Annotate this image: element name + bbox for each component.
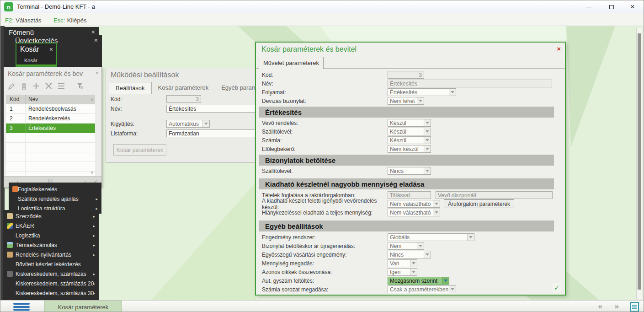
add-icon[interactable] (32, 82, 40, 90)
cell-nev: Rendeléskezelés (26, 115, 95, 122)
sidebar-item-temaelszamolas[interactable]: Témaelszámolás ▸ (3, 240, 99, 250)
tab-muvelet-parameterek[interactable]: Művelet paraméterek (259, 57, 324, 69)
sidebar-item-kiskereskedelem-30[interactable]: Kiskereskedelem, számlázás 30 ▸ (3, 288, 99, 298)
field-label: Devizás bizonylat: (262, 98, 388, 104)
vertical-scrollbar[interactable] (636, 28, 642, 299)
dropdown-value: Globális (388, 234, 467, 241)
sidebar-item-kiskereskedelem-20[interactable]: Kiskereskedelem, számlázás 20 ▸ (3, 279, 99, 288)
szamla-sorozat-dropdown[interactable]: Csak a paraméterekben (388, 285, 456, 293)
sidebar-item-bovitett-keszlet[interactable]: Bővített készlet lekérdezés (3, 259, 99, 269)
confirm-check-button[interactable]: ✓ (552, 283, 561, 292)
cell-nev: Értékesítés (26, 125, 95, 131)
chevron-down-icon[interactable] (417, 97, 424, 104)
devizas-dropdown[interactable]: Nem lehet (388, 97, 424, 105)
chevron-down-icon[interactable] (410, 269, 417, 275)
chevron-down-icon[interactable] (424, 251, 431, 258)
chevron-down-icon[interactable] (467, 234, 474, 241)
chevron-down-icon[interactable] (424, 137, 431, 144)
table-row-empty (6, 152, 95, 162)
chevron-down-icon[interactable] (424, 119, 431, 126)
tab-beallitasok[interactable]: Beállítások (109, 82, 152, 94)
sidebar-item-foglalaskezeles[interactable]: Foglaláskezelés (9, 184, 101, 194)
szamla-dropdown[interactable]: Készül (388, 136, 431, 144)
chevron-down-icon[interactable] (449, 286, 456, 293)
kosar-parameterek-list-panel: Kosár paraméterek és bev × Kód Név ∧ 1 R… (4, 67, 102, 188)
ar-ujrageneralas-dropdown[interactable]: Nem (388, 242, 424, 250)
submenu-arrow-icon: ▸ (93, 233, 95, 238)
chevron-down-icon[interactable] (417, 242, 424, 249)
tools-icon[interactable] (45, 82, 53, 90)
eloleg-dropdown[interactable]: Nem készül (388, 145, 431, 153)
table-row-selected[interactable]: 3 Értékesítés (6, 124, 95, 133)
chevron-down-icon[interactable] (449, 89, 456, 96)
folyamat-dropdown[interactable]: Értékesítés (388, 88, 456, 96)
close-icon: × (630, 2, 635, 11)
close-icon[interactable]: × (557, 45, 561, 53)
delete-icon[interactable] (21, 82, 27, 90)
kiadhato-keszlet-dropdown[interactable]: Nem választható (388, 200, 440, 208)
gyszam-dropdown-selected[interactable]: Mozgásnem szerint (388, 277, 449, 285)
table-row[interactable]: 2 Rendeléskezelés (6, 114, 95, 124)
szallitolevel-betoltes-dropdown[interactable]: Nincs (388, 167, 431, 175)
aruforgalom-parameterek-button[interactable]: Áruforgalom paraméterek (444, 199, 514, 208)
menu-item-valasztas[interactable]: F2: Választás (5, 16, 42, 24)
hianykezeles-dropdown[interactable]: Nem választható (388, 209, 440, 216)
engedmeny-dropdown[interactable]: Globális (388, 233, 474, 241)
window-title: Terminal - Demó-Line KFT - a (17, 3, 95, 10)
sidebar-item-ekaer[interactable]: EKÁER ▸ (3, 221, 99, 231)
scrollbar-thumb[interactable] (638, 33, 641, 290)
chevron-down-icon[interactable] (424, 167, 431, 174)
nav-first-icon[interactable]: « (598, 302, 602, 311)
sidebar-item-kiskereskedelem[interactable]: Kiskereskedelem, számlázás ▸ (3, 269, 99, 279)
column-header-kod[interactable]: Kód (6, 95, 26, 104)
chevron-down-icon[interactable] (424, 145, 431, 152)
field-label: Hiánykezeléssel eladható a teljes mennyi… (262, 210, 388, 216)
sidebar-item-rendeles-nyilvantartas[interactable]: Rendelés-nyilvántartás ▸ (3, 250, 99, 259)
scroll-down-icon[interactable]: ∨ (90, 170, 94, 175)
application-window: n Terminal - Demó-Line KFT - a × F2: Vál… (0, 0, 644, 312)
bottom-tab-kosar-parameterek[interactable]: Kosár paraméterek (44, 301, 122, 312)
document-list-icon[interactable] (630, 302, 639, 312)
chevron-down-icon[interactable] (410, 260, 417, 267)
egyosszegu-dropdown[interactable]: Nincs (388, 251, 431, 258)
close-icon[interactable]: × (91, 28, 95, 36)
kosar-parameterek-button[interactable]: Kosár paraméterek (113, 144, 166, 156)
chevron-down-icon[interactable] (202, 120, 209, 127)
minimize-button[interactable] (579, 0, 598, 13)
sidebar-item-logisztika[interactable]: Logisztika ▸ (3, 231, 99, 240)
hamburger-menu-icon[interactable] (13, 303, 30, 311)
edit-icon[interactable] (8, 82, 16, 90)
dropdown-value: Nem készül (388, 145, 424, 152)
sidebar-item-szallitoi-rendeles[interactable]: Szállítói rendelés ajánlás ▸ (9, 194, 101, 204)
vevo-rendeles-dropdown[interactable]: Készül (388, 119, 431, 127)
szallitolevel-dropdown[interactable]: Készül (388, 128, 431, 135)
list-menu-icon[interactable] (58, 83, 65, 89)
close-window-button[interactable]: × (623, 0, 642, 13)
chevron-down-icon[interactable] (433, 200, 440, 207)
submenu-arrow-icon: ▸ (93, 291, 95, 296)
filter-icon[interactable] (76, 82, 83, 90)
close-icon[interactable]: × (49, 46, 53, 53)
scroll-up-icon[interactable]: ∧ (90, 97, 94, 102)
field-label: Listaforma: (111, 130, 166, 137)
mennyiseg-dropdown[interactable]: Van (388, 259, 417, 267)
sidebar-item-szerzodes[interactable]: Szerződés ▸ (3, 211, 99, 221)
close-icon[interactable]: × (95, 70, 99, 76)
chevron-down-icon[interactable] (424, 128, 431, 135)
sidebar-item-label: Kiskereskedelem, számlázás 20 (3, 280, 94, 287)
kosar-menu-item[interactable]: Kosár (24, 58, 37, 63)
azonos-cikkek-dropdown[interactable]: Igen (388, 268, 417, 276)
section-egyeb: Egyéb beállítások (259, 221, 554, 231)
nav-last-icon[interactable]: » (615, 302, 619, 311)
chevron-down-icon[interactable] (442, 277, 449, 284)
column-header-nev[interactable]: Név (26, 96, 95, 102)
maximize-button[interactable] (602, 0, 621, 13)
chevron-down-icon[interactable] (433, 209, 440, 216)
section-ertekesites: Értékesítés (259, 107, 554, 118)
table-row[interactable]: 1 Rendelésbeolvasás (6, 104, 95, 114)
menu-item-kilepes[interactable]: Esc: Kilépés (53, 16, 86, 24)
kigyujtes-dropdown[interactable]: Automatikus (166, 120, 210, 128)
field-label: Előlegbekérő: (262, 146, 388, 152)
close-icon[interactable]: × (94, 37, 98, 44)
tab-kosar-parameterek[interactable]: Kosár paraméterek (152, 82, 215, 94)
